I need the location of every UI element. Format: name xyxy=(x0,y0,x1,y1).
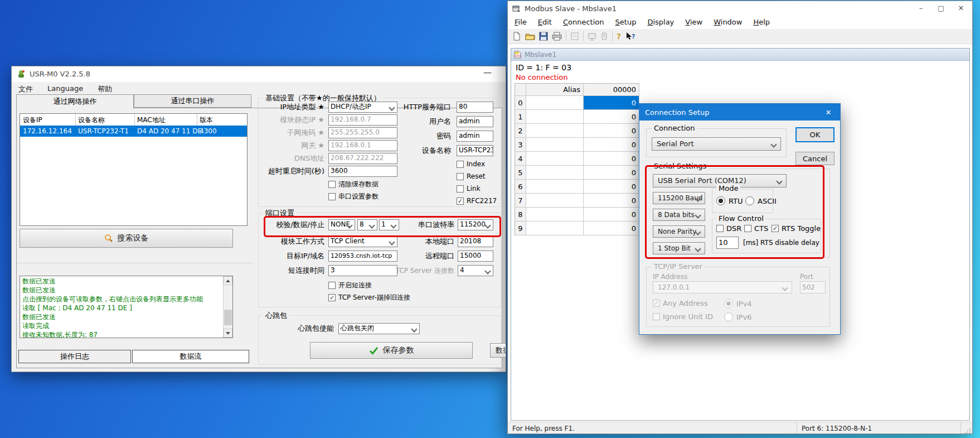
alias-cell[interactable] xyxy=(526,194,584,208)
menu-edit[interactable]: Edit xyxy=(538,18,552,26)
rtu-radio[interactable]: RTU xyxy=(716,196,743,205)
menu-file[interactable]: File xyxy=(515,18,527,26)
alias-header[interactable]: Alias xyxy=(526,84,584,96)
value-cell-selected[interactable]: 0 xyxy=(584,96,639,110)
ipv6-radio[interactable]: IPv6 xyxy=(724,312,752,321)
scroll-up-arrow[interactable] xyxy=(224,276,232,285)
open-file-icon[interactable] xyxy=(525,32,535,41)
value-cell[interactable]: 0 xyxy=(584,222,639,235)
usr-menu-file[interactable]: 文件 xyxy=(18,84,33,94)
value-cell[interactable]: 0 xyxy=(584,194,639,208)
stopbits-select[interactable]: 1 xyxy=(379,219,399,230)
remote-port-field[interactable]: 15000 xyxy=(458,251,493,262)
search-device-button[interactable]: 搜索设备 xyxy=(20,229,233,248)
save-params-button[interactable]: 保存参数 xyxy=(310,342,473,359)
rfc2217-checkbox[interactable]: ✓RFC2217 xyxy=(457,197,497,205)
alias-cell[interactable] xyxy=(526,208,584,222)
maximize-button[interactable]: ▢ xyxy=(931,1,951,15)
local-port-field[interactable]: 20108 xyxy=(458,236,493,247)
menu-view[interactable]: View xyxy=(685,18,702,26)
usr-menu-language[interactable]: Language xyxy=(47,84,83,94)
operation-log-tab[interactable]: 操作日志 xyxy=(18,350,131,363)
parity-select[interactable]: NONE xyxy=(328,219,355,230)
scroll-down-arrow[interactable] xyxy=(224,329,232,338)
username-field[interactable]: admin xyxy=(457,116,493,127)
alias-cell[interactable] xyxy=(526,222,584,235)
menu-display[interactable]: Display xyxy=(647,18,674,26)
any-address-checkbox[interactable]: ✓Any Address xyxy=(653,299,708,307)
subnet-mask-field[interactable]: 255.255.255.0 xyxy=(328,127,397,138)
context-help-icon[interactable]: ? xyxy=(625,32,635,41)
log-scrollbar[interactable] xyxy=(223,276,232,338)
baud-select[interactable]: 115200 xyxy=(458,219,493,230)
child-titlebar[interactable]: DOC Mbslave1 xyxy=(511,49,969,61)
data-partial-button[interactable]: 数据 xyxy=(490,343,506,358)
communication-traffic-icon[interactable] xyxy=(600,32,608,41)
value-cell[interactable]: 0 xyxy=(584,124,639,138)
dsr-checkbox[interactable]: DSR xyxy=(716,224,741,233)
dialog-titlebar[interactable]: Connection Setup ✕ xyxy=(639,104,840,121)
menu-window[interactable]: Window xyxy=(714,18,742,26)
value-cell[interactable]: 0 xyxy=(584,110,639,124)
cts-checkbox[interactable]: CTS xyxy=(744,224,768,233)
value-cell[interactable]: 0 xyxy=(584,208,639,222)
usr-minimize-button[interactable]: — xyxy=(483,68,492,78)
menu-setup[interactable]: Setup xyxy=(615,18,637,26)
ip-address-select[interactable]: 127.0.0.1 xyxy=(653,281,792,293)
tab-network-operation[interactable]: 通过网络操作 xyxy=(16,94,134,108)
col-device-ip[interactable]: 设备IP xyxy=(23,115,42,125)
menu-help[interactable]: Help xyxy=(753,18,770,26)
data-bits-select[interactable]: 8 Data bits xyxy=(653,209,705,221)
serial-param-checkbox[interactable]: 串口设置参数 xyxy=(328,192,379,201)
ok-button[interactable]: OK xyxy=(795,127,835,142)
col-device-name[interactable]: 设备名称 xyxy=(78,115,105,125)
alias-cell[interactable] xyxy=(526,152,584,166)
close-button[interactable]: ✕ xyxy=(951,1,971,15)
gateway-field[interactable]: 192.168.0.1 xyxy=(328,140,397,151)
parity-select-dialog[interactable]: None Parity xyxy=(653,225,705,238)
device-name-field[interactable]: USR-TCP23 xyxy=(457,145,493,156)
alias-cell[interactable] xyxy=(526,138,584,152)
ignore-unit-id-checkbox[interactable]: Ignore Unit ID xyxy=(653,312,713,321)
tcp-conn-count-select[interactable]: 4 xyxy=(458,265,493,276)
link-checkbox[interactable]: Link xyxy=(457,185,481,192)
index-checkbox[interactable]: Index xyxy=(457,160,485,168)
tab-serial-operation[interactable]: 通过串口操作 xyxy=(134,94,251,108)
resize-grip[interactable] xyxy=(964,427,971,434)
ip-type-select[interactable]: DHCP/动态IP xyxy=(328,102,397,113)
baud-rate-select[interactable]: 115200 Baud xyxy=(653,192,705,204)
poll-definition-icon[interactable] xyxy=(588,32,596,41)
device-row-selected[interactable]: 172.16.12.164 USR-TCP232-T1 D4 AD 20 47 … xyxy=(20,126,247,137)
register-header[interactable]: 00000 xyxy=(584,84,639,96)
print-icon[interactable] xyxy=(552,32,562,41)
value-cell[interactable]: 0 xyxy=(584,138,639,152)
col-version[interactable]: 版本 xyxy=(200,115,213,125)
col-mac[interactable]: MAC地址 xyxy=(137,115,166,125)
static-ip-field[interactable]: 192.168.0.7 xyxy=(328,114,397,126)
ascii-radio[interactable]: ASCII xyxy=(745,196,777,205)
alias-cell[interactable] xyxy=(526,180,584,194)
display-setup-icon[interactable] xyxy=(570,32,579,41)
alias-cell[interactable] xyxy=(526,166,584,180)
value-cell[interactable]: 0 xyxy=(584,180,639,194)
target-ip-field[interactable]: 120953.cnsh.iot-tcp xyxy=(328,251,397,262)
dialog-close-icon[interactable]: ✕ xyxy=(817,108,840,117)
rts-toggle-checkbox[interactable]: ✓RTS Toggle xyxy=(772,224,821,233)
connection-type-select[interactable]: Serial Port xyxy=(652,137,781,151)
password-field[interactable]: admin xyxy=(457,131,493,142)
heartbeat-enable-select[interactable]: 心跳包关闭 xyxy=(338,323,420,334)
scroll-thumb[interactable] xyxy=(224,310,232,325)
usr-menu-help[interactable]: 帮助 xyxy=(98,84,112,94)
clear-cache-checkbox[interactable]: 清除缓存数据 xyxy=(328,180,379,189)
cancel-button[interactable]: Cancel xyxy=(795,152,835,165)
tcp-port-field[interactable]: 502 xyxy=(800,281,826,293)
data-stream-tab[interactable]: 数据流 xyxy=(132,350,249,363)
minimize-button[interactable]: – xyxy=(911,1,931,15)
help-icon[interactable]: ? xyxy=(617,32,621,41)
rts-delay-field[interactable]: 10 xyxy=(716,237,739,249)
stop-bit-select[interactable]: 1 Stop Bit xyxy=(653,242,705,254)
save-icon[interactable] xyxy=(539,32,548,41)
alias-cell[interactable] xyxy=(526,110,584,124)
reset-checkbox[interactable]: Reset xyxy=(457,172,486,180)
dns-field[interactable]: 208.67.222.222 xyxy=(328,153,397,164)
